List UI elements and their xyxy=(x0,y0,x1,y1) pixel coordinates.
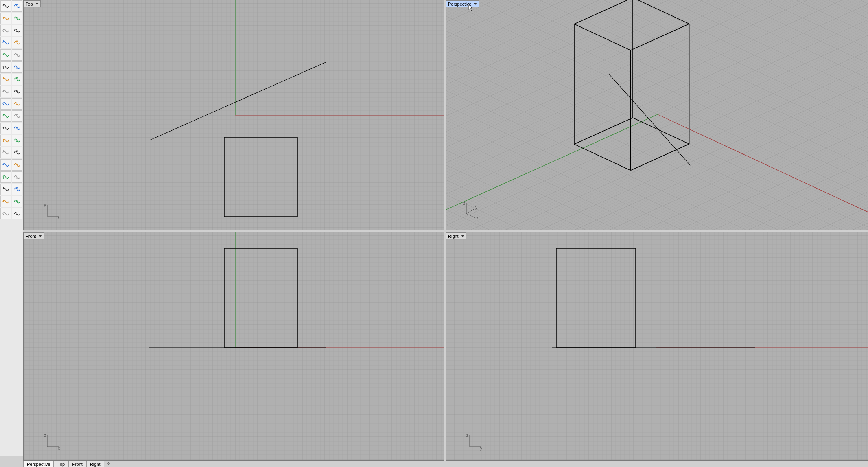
tool-button[interactable] xyxy=(0,135,11,146)
tool-button[interactable] xyxy=(12,184,22,195)
svg-point-16 xyxy=(3,104,4,105)
svg-point-10 xyxy=(3,67,4,69)
viewport-title-top[interactable]: Top xyxy=(24,0,41,7)
svg-line-473 xyxy=(609,74,690,165)
svg-line-391 xyxy=(446,0,855,203)
tool-button[interactable] xyxy=(12,86,22,97)
tool-button[interactable] xyxy=(0,159,11,171)
tool-button[interactable] xyxy=(12,74,22,85)
tool-button[interactable] xyxy=(0,123,11,134)
viewport-label: Front xyxy=(26,234,36,239)
svg-line-364 xyxy=(446,0,763,160)
tool-button[interactable] xyxy=(12,98,22,110)
tool-button[interactable] xyxy=(0,147,11,158)
viewport-title-perspective[interactable]: Perspective xyxy=(446,0,479,7)
viewport-label: Top xyxy=(26,2,33,7)
tool-button[interactable] xyxy=(12,110,22,122)
tool-button[interactable] xyxy=(12,0,22,12)
tool-button[interactable] xyxy=(0,25,11,36)
svg-line-403 xyxy=(446,17,868,222)
viewport-tab-perspective[interactable]: Perspective xyxy=(23,461,54,467)
tool-button[interactable] xyxy=(0,13,11,24)
viewport-top[interactable]: Top yx xyxy=(23,0,444,230)
tool-button[interactable] xyxy=(12,147,22,158)
svg-point-6 xyxy=(3,40,4,42)
svg-line-379 xyxy=(446,0,814,184)
svg-line-337 xyxy=(446,0,670,117)
svg-line-395 xyxy=(446,4,868,209)
viewport-label: Right xyxy=(448,234,459,239)
svg-point-32 xyxy=(3,200,4,202)
viewport-canvas-front[interactable]: zx xyxy=(24,232,444,460)
tool-button[interactable] xyxy=(0,37,11,48)
svg-text:x: x xyxy=(476,216,478,220)
svg-text:z: z xyxy=(463,201,465,206)
svg-line-332 xyxy=(446,0,653,109)
svg-point-25 xyxy=(16,150,18,152)
viewport-canvas-perspective[interactable]: zyx xyxy=(446,0,868,230)
tool-button[interactable] xyxy=(12,208,22,219)
svg-line-410 xyxy=(464,28,868,230)
svg-line-399 xyxy=(446,10,868,215)
tool-button[interactable] xyxy=(12,37,22,48)
tool-button[interactable] xyxy=(12,49,22,61)
viewport-title-front[interactable]: Front xyxy=(24,232,44,239)
tool-button[interactable] xyxy=(0,98,11,110)
svg-point-2 xyxy=(3,17,4,19)
svg-point-33 xyxy=(16,200,18,202)
svg-line-262 xyxy=(446,8,868,230)
svg-line-291 xyxy=(446,50,793,230)
viewport-canvas-right[interactable]: zy xyxy=(446,232,868,460)
svg-point-15 xyxy=(16,90,18,92)
dropdown-icon[interactable] xyxy=(461,235,464,237)
svg-line-392 xyxy=(446,0,858,204)
tool-button[interactable] xyxy=(0,74,11,85)
viewport-right[interactable]: Right zy xyxy=(446,232,868,461)
svg-line-459 xyxy=(632,105,868,230)
svg-line-287 xyxy=(446,44,806,230)
tool-button[interactable] xyxy=(0,184,11,195)
svg-line-373 xyxy=(446,0,793,174)
viewport-front[interactable]: Front zx xyxy=(23,232,444,461)
svg-line-316 xyxy=(446,87,711,230)
tool-button[interactable] xyxy=(12,61,22,73)
viewport-title-right[interactable]: Right xyxy=(446,232,466,239)
svg-line-463 xyxy=(645,112,868,230)
tool-button[interactable] xyxy=(0,208,11,219)
viewport-tab-right[interactable]: Right xyxy=(86,461,104,467)
svg-point-35 xyxy=(16,214,18,215)
svg-point-8 xyxy=(3,54,4,55)
viewport-perspective[interactable]: Perspective zyx xyxy=(446,0,868,230)
viewport-tab-top[interactable]: Top xyxy=(54,461,68,467)
viewport-tab-front[interactable]: Front xyxy=(68,461,86,467)
tool-button[interactable] xyxy=(12,25,22,36)
tool-button[interactable] xyxy=(0,0,11,12)
tool-button[interactable] xyxy=(12,13,22,24)
dropdown-icon[interactable] xyxy=(39,235,42,237)
tool-button[interactable] xyxy=(0,49,11,61)
tool-button[interactable] xyxy=(0,171,11,183)
tool-button[interactable] xyxy=(0,110,11,122)
tool-button[interactable] xyxy=(0,86,11,97)
svg-line-441 xyxy=(570,77,868,230)
svg-point-22 xyxy=(3,140,4,142)
svg-point-21 xyxy=(16,127,18,129)
tool-button[interactable] xyxy=(12,123,22,134)
tool-button[interactable] xyxy=(0,61,11,73)
tool-button[interactable] xyxy=(0,196,11,207)
svg-line-275 xyxy=(446,27,845,230)
dropdown-icon[interactable] xyxy=(35,3,39,5)
svg-line-425 xyxy=(515,52,868,230)
svg-line-339 xyxy=(446,0,677,120)
svg-text:z: z xyxy=(44,433,46,438)
tool-button[interactable] xyxy=(12,196,22,207)
svg-point-0 xyxy=(3,4,4,5)
tool-button[interactable] xyxy=(12,135,22,146)
svg-point-24 xyxy=(3,150,4,152)
svg-line-344 xyxy=(446,0,694,128)
dropdown-icon[interactable] xyxy=(474,3,477,5)
tool-button[interactable] xyxy=(12,171,22,183)
viewport-canvas-top[interactable]: yx xyxy=(24,0,444,230)
add-viewport-tab-button[interactable]: ✛ xyxy=(104,461,113,467)
tool-button[interactable] xyxy=(12,159,22,171)
